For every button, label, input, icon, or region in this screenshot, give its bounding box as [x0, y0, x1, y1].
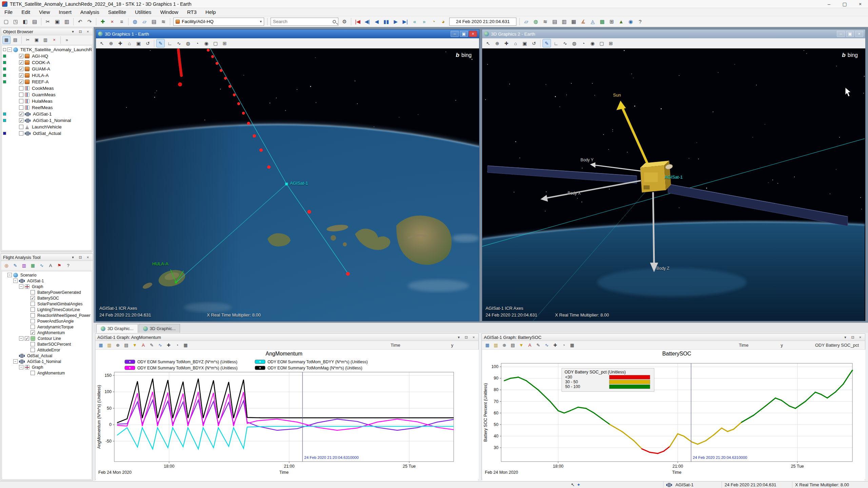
batterysoc-chart[interactable]: BatterySOC3040506070809010018:0021:0025 … — [482, 350, 865, 480]
visibility-checkbox[interactable]: ✓ — [19, 80, 23, 84]
tree-item-batterypowergenerated[interactable]: BatteryPowerGenerated — [2, 289, 92, 295]
menu-rt3[interactable]: RT3 — [183, 8, 201, 16]
font-size-icon[interactable]: A — [139, 342, 147, 349]
close-button[interactable]: × — [852, 0, 868, 8]
visibility-checkbox[interactable]: ✓ — [19, 118, 23, 123]
tables-icon[interactable]: ▦ — [29, 262, 37, 270]
globe-3d-icon[interactable]: ◍ — [531, 17, 540, 26]
close-button[interactable]: × — [469, 31, 477, 37]
home-view-icon[interactable]: ⌂ — [125, 39, 134, 47]
chart-type-icon[interactable]: ▥ — [105, 342, 113, 349]
minimize-button[interactable]: – — [821, 0, 837, 8]
animation-time-display[interactable]: 24 Feb 2020 21:20:04.631 — [449, 18, 516, 26]
tree-item-agisat-1-nominal[interactable]: ✓AGISat-1_Nominal — [2, 117, 92, 124]
visibility-checkbox[interactable]: ✓ — [19, 54, 23, 58]
tree-item-agisat-1[interactable]: −AGISat-1 — [2, 278, 92, 284]
tree-item-reefmeas[interactable]: ReefMeas — [2, 104, 92, 111]
anim-play-icon[interactable]: ▶ — [391, 17, 400, 26]
tree-item-powerandsunangle[interactable]: PowerAndSunAngle — [2, 318, 92, 324]
map-icon[interactable]: ▱ — [140, 17, 149, 26]
close-button[interactable]: × — [855, 31, 863, 37]
clock-icon[interactable]: ◔ — [579, 39, 588, 47]
tree-item-lightingtimescolorline[interactable]: LightingTimesColorLine — [2, 307, 92, 312]
zoom-icon[interactable]: ⊕ — [500, 342, 508, 349]
tree-item-hula-a[interactable]: ✓HULA-A — [2, 72, 92, 79]
anim-step-back-icon[interactable]: ◀| — [363, 17, 372, 26]
chart-type-icon[interactable]: ▥ — [492, 342, 500, 349]
save-icon[interactable]: ◧ — [21, 17, 29, 26]
zoom-icon[interactable]: ⊕ — [107, 39, 115, 47]
calculator-icon[interactable]: ▦ — [569, 17, 578, 26]
tree-item-scenario[interactable]: −Scenario — [2, 272, 92, 278]
pin-icon[interactable]: ⊡ — [78, 29, 83, 34]
view-presets-icon[interactable]: ▣ — [520, 39, 529, 47]
menu-analysis[interactable]: Analysis — [76, 8, 104, 16]
data-browser-icon[interactable]: ▥ — [560, 17, 569, 26]
globe-options-icon[interactable]: ◍ — [184, 39, 192, 47]
pick-tool-icon[interactable]: ✎ — [542, 39, 551, 47]
tree-item-reef-a[interactable]: ✓REEF-A — [2, 79, 92, 85]
restore-button[interactable]: ▣ — [846, 31, 854, 37]
menu-utilities[interactable]: Utilities — [131, 8, 156, 16]
anim-reset-icon[interactable]: |◀ — [353, 17, 362, 26]
rotate-view-icon[interactable]: ↺ — [143, 39, 152, 47]
sort-icon[interactable]: A — [46, 262, 55, 270]
pin-icon[interactable]: ⊡ — [78, 255, 83, 260]
anim-play-reverse-icon[interactable]: ◀ — [372, 17, 381, 26]
settings-gear-icon[interactable]: ⚙ — [340, 17, 349, 26]
paste-icon[interactable]: ▥ — [41, 36, 50, 44]
close-icon[interactable]: × — [85, 29, 91, 34]
menu-window[interactable]: Window — [156, 8, 182, 16]
tree-item-angmomentum[interactable]: ✓AngMomentum — [2, 330, 92, 336]
zoom-icon[interactable]: ⊕ — [114, 342, 122, 349]
tree-item-battersocpercent[interactable]: BatterSOCPercent — [2, 341, 92, 347]
3d-viewport-earth[interactable]: AGISat-1 HULA-A bbing AGISat-1 ICR Axes … — [96, 48, 479, 321]
select-icon[interactable]: ↖ — [98, 39, 106, 47]
3d-graphics-2-titlebar[interactable]: 3D Graphics 2 - Earth –▣× — [482, 29, 865, 38]
visibility-checkbox[interactable] — [19, 131, 23, 136]
axis-field-time[interactable]: Time — [391, 343, 400, 348]
delete-object-icon[interactable]: × — [108, 17, 117, 26]
fullscreen-icon[interactable]: ⊞ — [220, 39, 229, 47]
chevron-down-icon[interactable]: ▾ — [456, 335, 461, 340]
new-scenario-icon[interactable]: ▢ — [2, 17, 11, 26]
table-dropdown-icon[interactable]: ▦ — [568, 342, 576, 349]
anim-increase-step-icon[interactable]: » — [420, 17, 429, 26]
expander-icon[interactable]: − — [13, 359, 18, 364]
undo-icon[interactable]: ↶ — [76, 17, 84, 26]
visibility-checkbox[interactable] — [31, 313, 35, 318]
properties-icon[interactable]: ≡ — [117, 17, 126, 26]
copy-icon[interactable]: ▣ — [53, 17, 62, 26]
zoom-icon[interactable]: ⊕ — [493, 39, 501, 47]
anim-step-forward-icon[interactable]: ▶| — [401, 17, 410, 26]
visibility-checkbox[interactable] — [31, 348, 35, 352]
tree-item-reactionwheelspeed-power[interactable]: ReactionWheelSpeed_Power — [2, 312, 92, 318]
tree-item-solarpanelgimbalangles[interactable]: SolarPanelGimbalAngles — [2, 301, 92, 307]
menu-file[interactable]: File — [0, 8, 17, 16]
mission-icon[interactable]: ◎ — [2, 262, 11, 270]
visibility-checkbox[interactable]: ✓ — [19, 67, 23, 71]
vector-geometry-icon[interactable]: ∡ — [579, 17, 588, 26]
list-view-icon[interactable]: ▤ — [11, 36, 19, 44]
open-icon[interactable]: ◳ — [11, 17, 20, 26]
crosshair-icon[interactable]: ✚ — [551, 342, 559, 349]
tree-item-agisat-1-nominal[interactable]: −AGISat-1_Nominal — [2, 359, 92, 364]
snapshot-icon[interactable]: ▢ — [597, 39, 606, 47]
tree-item-guam-a[interactable]: ✓GUAM-A — [2, 66, 92, 72]
copy-icon[interactable]: ▣ — [33, 36, 41, 44]
tree-item-angmomentum[interactable]: AngMomentum — [2, 370, 92, 376]
menu-satellite[interactable]: Satellite — [104, 8, 131, 16]
coverage-icon[interactable]: ▩ — [598, 17, 607, 26]
visibility-checkbox[interactable] — [19, 86, 23, 90]
delete-icon[interactable]: × — [50, 36, 58, 44]
tree-item-tetk-satellite-anomaly-launchre-[interactable]: −TETK_Satellite_Anomaly_LaunchRe... — [2, 46, 92, 53]
tree-view-icon[interactable]: ▦ — [2, 36, 11, 44]
visibility-checkbox[interactable] — [31, 319, 35, 323]
tree-item-agi-hq[interactable]: ✓AGI-HQ — [2, 53, 92, 59]
graphs-icon[interactable]: ▥ — [20, 262, 28, 270]
anim-decrease-step-icon[interactable]: « — [410, 17, 419, 26]
expander-icon[interactable]: − — [19, 336, 23, 341]
expander-icon[interactable]: − — [7, 273, 12, 277]
menu-help[interactable]: Help — [201, 8, 220, 16]
ruler-icon[interactable]: ∟ — [165, 39, 174, 47]
